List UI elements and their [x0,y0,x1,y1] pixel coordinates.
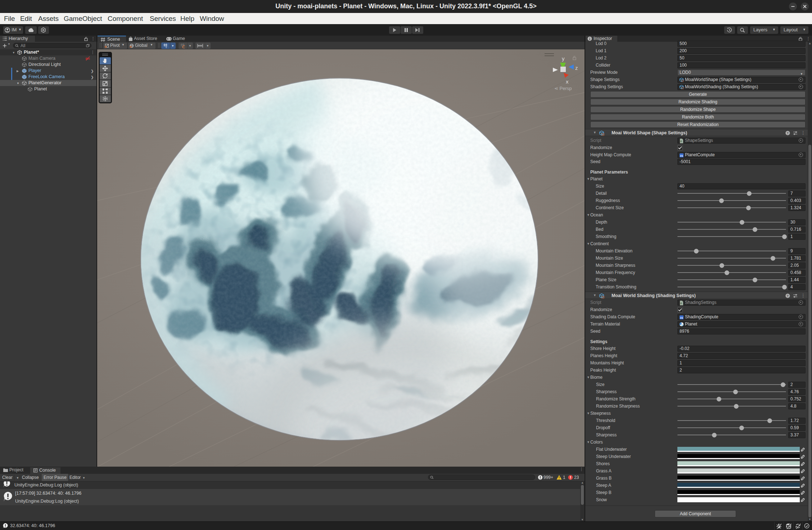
svg-text:#: # [680,302,682,305]
svg-text:z: z [575,65,578,71]
svg-text:{}: {} [681,87,684,89]
svg-text:cs: cs [680,154,683,157]
svg-text:Y: Y [166,46,167,49]
svg-text:?: ? [787,131,789,135]
svg-text:⋖ Persp: ⋖ Persp [554,86,572,91]
svg-text:{}: {} [681,80,684,82]
svg-text:y: y [562,55,565,62]
svg-text:cs: cs [680,316,683,319]
svg-text:{}: {} [601,296,604,298]
svg-text:x: x [566,78,569,85]
svg-text:#: # [680,140,682,143]
svg-text:?: ? [787,294,789,298]
svg-text:{}: {} [601,133,604,136]
